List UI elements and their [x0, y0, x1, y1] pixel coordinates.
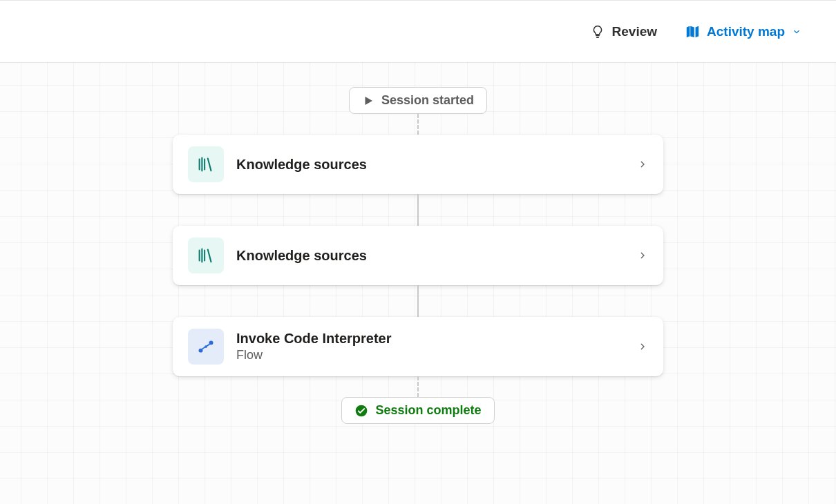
flow-step-knowledge-sources[interactable]: Knowledge sources	[173, 226, 663, 285]
session-start-label: Session started	[381, 93, 474, 108]
books-icon	[196, 154, 216, 175]
play-icon	[362, 95, 374, 107]
card-title: Knowledge sources	[236, 157, 625, 173]
card-title: Invoke Code Interpreter	[236, 331, 625, 347]
header-toolbar: Review Activity map	[0, 0, 836, 63]
activity-map-button[interactable]: Activity map	[685, 24, 801, 39]
flow-container: Session started Knowledge sources	[173, 87, 663, 424]
check-circle-icon	[354, 404, 368, 418]
chevron-right-icon	[637, 341, 648, 352]
chevron-down-icon	[792, 27, 801, 37]
connector	[417, 285, 419, 317]
map-icon	[685, 24, 700, 39]
session-start-pill[interactable]: Session started	[349, 87, 487, 114]
books-icon	[196, 245, 216, 266]
card-content: Invoke Code Interpreter Flow	[236, 331, 625, 362]
session-complete-pill[interactable]: Session complete	[341, 397, 494, 424]
review-label: Review	[612, 24, 657, 39]
card-icon-wrap	[188, 329, 224, 365]
card-title: Knowledge sources	[236, 248, 625, 264]
flow-icon	[196, 336, 216, 357]
connector	[417, 376, 419, 397]
flow-step-knowledge-sources[interactable]: Knowledge sources	[173, 135, 663, 194]
chevron-right-icon	[637, 250, 648, 261]
activity-map-canvas[interactable]: Session started Knowledge sources	[0, 63, 836, 504]
review-button[interactable]: Review	[590, 24, 657, 39]
card-content: Knowledge sources	[236, 157, 625, 173]
card-content: Knowledge sources	[236, 248, 625, 264]
session-complete-label: Session complete	[375, 403, 481, 418]
lightbulb-icon	[590, 24, 605, 39]
activity-map-label: Activity map	[707, 24, 785, 39]
card-subtitle: Flow	[236, 348, 625, 362]
card-icon-wrap	[188, 238, 224, 273]
flow-step-invoke-code-interpreter[interactable]: Invoke Code Interpreter Flow	[173, 317, 663, 376]
connector	[417, 114, 419, 135]
connector	[417, 194, 419, 226]
chevron-right-icon	[637, 159, 648, 170]
card-icon-wrap	[188, 146, 224, 182]
